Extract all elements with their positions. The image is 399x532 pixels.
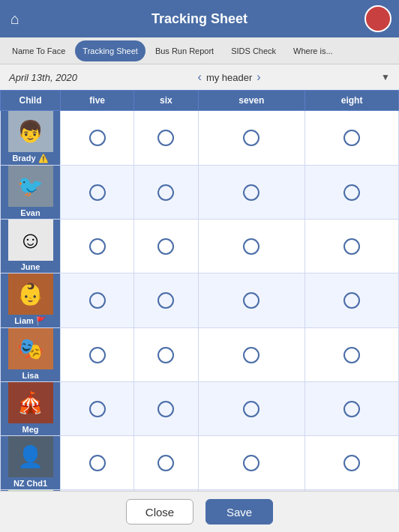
check-circle[interactable]: [243, 238, 260, 255]
check-circle[interactable]: [89, 401, 106, 417]
prev-arrow[interactable]: ‹: [198, 70, 202, 84]
check-cell[interactable]: [134, 166, 198, 220]
check-circle[interactable]: [243, 347, 260, 363]
tab-sids-check[interactable]: SIDS Check: [224, 40, 284, 61]
tracking-table: Child five six seven eight 👦Brady ⚠️🐦Eva…: [0, 90, 399, 491]
check-cell[interactable]: [134, 328, 198, 382]
check-circle[interactable]: [158, 184, 174, 201]
child-cell-liam: 👶Liam 🚩: [1, 273, 61, 328]
tab-name-to-face[interactable]: Name To Face: [4, 40, 73, 61]
table-row: 🎪Meg: [1, 382, 399, 436]
child-name-label: June: [1, 261, 60, 273]
child-name-label: NZ Chd1: [1, 477, 60, 489]
check-cell[interactable]: [305, 166, 399, 220]
check-circle[interactable]: [344, 401, 360, 417]
save-button[interactable]: Save: [206, 499, 273, 525]
check-cell[interactable]: [305, 273, 399, 328]
home-icon[interactable]: ⌂: [10, 10, 20, 28]
check-circle[interactable]: [344, 292, 360, 309]
check-circle[interactable]: [243, 184, 260, 201]
col-header-seven: seven: [198, 91, 305, 111]
check-circle[interactable]: [243, 455, 260, 471]
check-cell[interactable]: [61, 220, 134, 273]
table-row: 👦Brady ⚠️: [1, 111, 399, 166]
check-cell[interactable]: [305, 382, 399, 436]
check-circle[interactable]: [158, 347, 174, 363]
check-circle[interactable]: [243, 292, 260, 309]
page-title: Tracking Sheet: [152, 11, 248, 27]
check-circle[interactable]: [344, 184, 360, 201]
child-name-label: Meg: [1, 423, 60, 435]
top-header: ⌂ Tracking Sheet: [0, 0, 399, 37]
next-arrow[interactable]: ›: [256, 70, 260, 84]
check-cell[interactable]: [134, 111, 198, 166]
child-cell-meg: 🎪Meg: [1, 382, 61, 436]
child-name-label: Brady ⚠️: [1, 152, 60, 165]
table-row: 👶Liam 🚩: [1, 273, 399, 328]
table-header-row: Child five six seven eight: [1, 91, 399, 111]
table-row: 🎭Lisa: [1, 328, 399, 382]
check-cell[interactable]: [305, 220, 399, 273]
check-cell[interactable]: [198, 111, 305, 166]
table-row: 🐦Evan: [1, 166, 399, 220]
check-cell[interactable]: [305, 111, 399, 166]
check-cell[interactable]: [134, 273, 198, 328]
child-cell-lisa: 🎭Lisa: [1, 328, 61, 382]
nav-header-label: my header: [206, 72, 252, 83]
check-circle[interactable]: [158, 130, 174, 146]
bottom-bar: Close Save: [0, 491, 399, 532]
tab-where-is[interactable]: Where is...: [286, 40, 340, 61]
check-circle[interactable]: [158, 455, 174, 471]
check-circle[interactable]: [158, 292, 174, 309]
col-header-child: Child: [1, 91, 61, 111]
check-circle[interactable]: [344, 238, 360, 255]
child-cell-june: ☺June: [1, 220, 61, 273]
check-cell[interactable]: [198, 166, 305, 220]
check-cell[interactable]: [198, 273, 305, 328]
date-nav-row: April 13th, 2020 ‹ my header › ▼: [0, 64, 399, 90]
table-row: 👤NZ Chd1: [1, 436, 399, 490]
check-cell[interactable]: [134, 382, 198, 436]
check-circle[interactable]: [344, 455, 360, 471]
check-circle[interactable]: [243, 401, 260, 417]
check-circle[interactable]: [344, 347, 360, 363]
check-cell[interactable]: [61, 382, 134, 436]
dropdown-icon[interactable]: ▼: [381, 72, 390, 82]
check-circle[interactable]: [89, 292, 106, 309]
col-header-eight: eight: [305, 91, 399, 111]
date-label: April 13th, 2020: [9, 72, 77, 83]
check-cell[interactable]: [198, 382, 305, 436]
check-cell[interactable]: [61, 328, 134, 382]
child-cell-nz-chd1: 👤NZ Chd1: [1, 436, 61, 490]
check-circle[interactable]: [89, 347, 106, 363]
check-circle[interactable]: [158, 401, 174, 417]
check-circle[interactable]: [243, 130, 260, 146]
check-circle[interactable]: [89, 130, 106, 146]
child-name-label: Evan: [1, 207, 60, 219]
child-cell-evan: 🐦Evan: [1, 166, 61, 220]
check-circle[interactable]: [344, 130, 360, 146]
check-cell[interactable]: [305, 436, 399, 490]
check-cell[interactable]: [61, 436, 134, 490]
header-navigator: ‹ my header ›: [198, 70, 261, 84]
close-button[interactable]: Close: [126, 499, 194, 525]
tab-bus-run-report[interactable]: Bus Run Report: [148, 40, 221, 61]
check-cell[interactable]: [198, 436, 305, 490]
check-circle[interactable]: [158, 238, 174, 255]
check-cell[interactable]: [134, 436, 198, 490]
table-row: ☺June: [1, 220, 399, 273]
check-cell[interactable]: [61, 111, 134, 166]
check-cell[interactable]: [134, 220, 198, 273]
check-cell[interactable]: [61, 166, 134, 220]
check-cell[interactable]: [305, 328, 399, 382]
col-header-six: six: [134, 91, 198, 111]
check-cell[interactable]: [61, 273, 134, 328]
check-circle[interactable]: [89, 238, 106, 255]
check-cell[interactable]: [198, 328, 305, 382]
avatar[interactable]: [364, 5, 392, 32]
check-cell[interactable]: [198, 220, 305, 273]
check-circle[interactable]: [89, 455, 106, 471]
tab-bar: Name To Face Tracking Sheet Bus Run Repo…: [0, 37, 399, 64]
check-circle[interactable]: [89, 184, 106, 201]
tab-tracking-sheet[interactable]: Tracking Sheet: [75, 40, 146, 61]
